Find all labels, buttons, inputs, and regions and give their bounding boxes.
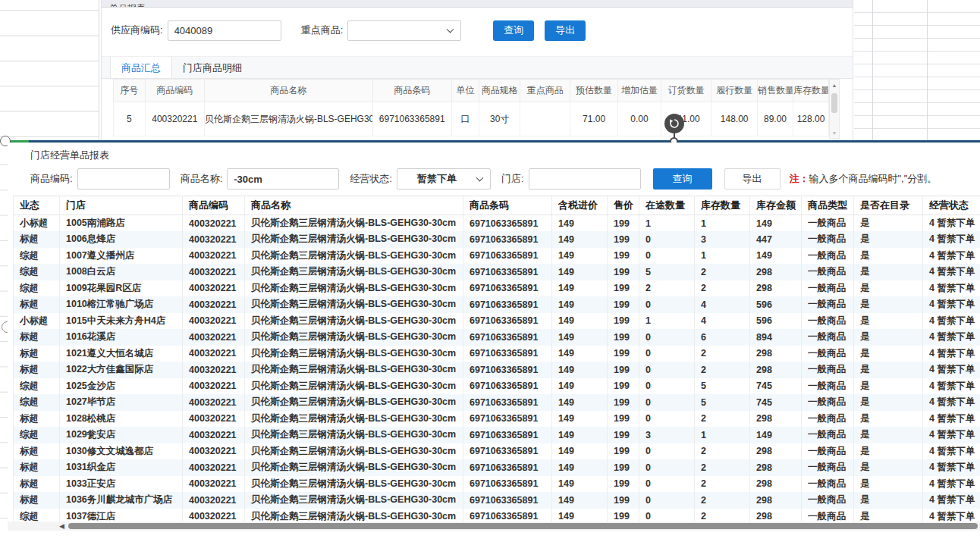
table-cell: 1006息烽店 xyxy=(60,231,183,248)
table-cell: 0 xyxy=(639,443,695,460)
horizontal-scrollbar[interactable]: ◀ xyxy=(8,522,980,531)
table-cell: 标超 xyxy=(14,346,60,362)
table-cell: 400320221 xyxy=(183,476,245,493)
table-cell: 0 xyxy=(639,362,695,378)
product-code-input[interactable] xyxy=(77,168,170,190)
table-row[interactable]: 标超1022大方佳鑫国际店400320221贝伦斯企鹅三层钢清汤火锅-BLS-G… xyxy=(14,362,980,378)
table-cell: 400320221 xyxy=(183,264,245,280)
table-cell: 400320221 xyxy=(183,329,245,346)
note-text: 输入多个商品编码时","分割。 xyxy=(809,173,938,184)
table-cell: 是 xyxy=(854,394,923,411)
table-cell: 400320221 xyxy=(183,313,245,330)
table-cell: 89.00 xyxy=(758,102,793,136)
table-cell: 6971063365891 xyxy=(463,329,552,346)
table-cell: 贝伦斯企鹅三层钢清汤火锅-BLS-GEHG30-30cm xyxy=(245,443,463,460)
table-row[interactable]: 标超1021遵义大恒名城店400320221贝伦斯企鹅三层钢清汤火锅-BLS-G… xyxy=(14,346,980,362)
table-cell: 2 xyxy=(695,346,750,362)
table-row[interactable]: 标超1016花溪店400320221贝伦斯企鹅三层钢清汤火锅-BLS-GEHG3… xyxy=(14,329,980,346)
scrollbar-thumb[interactable] xyxy=(831,93,837,113)
table-cell: 400320221 xyxy=(183,443,245,460)
table-cell: 1025金沙店 xyxy=(60,378,183,395)
scroll-left-icon[interactable]: ◀ xyxy=(59,522,64,530)
table-cell: 一般商品 xyxy=(802,443,854,460)
query-button[interactable]: 查询 xyxy=(653,168,712,190)
table-cell: 1015中天未来方舟H4店 xyxy=(60,313,183,330)
table-cell: 综超 xyxy=(14,427,60,443)
table-row[interactable]: 5400320221贝伦斯企鹅三层钢清汤火锅-BLS-GEHG30-30cm69… xyxy=(114,102,829,136)
table-cell: 5 xyxy=(639,264,695,280)
table-cell: 149 xyxy=(552,346,608,362)
refresh-cursor-icon[interactable] xyxy=(664,114,684,133)
table-cell: 0 xyxy=(639,459,695,476)
table-cell: 2 xyxy=(695,411,750,428)
table-cell: 199 xyxy=(608,231,639,248)
table-cell: 贝伦斯企鹅三层钢清汤火锅-BLS-GEHG30-30cm xyxy=(245,346,463,362)
status-select[interactable]: 暂禁下单 xyxy=(397,168,491,190)
table-cell: 400320221 xyxy=(183,296,245,313)
table-cell: 1022大方佳鑫国际店 xyxy=(60,362,183,378)
column-header: 订货数量 xyxy=(661,80,711,102)
table-cell: 是 xyxy=(854,378,923,395)
table-row[interactable]: 小标超1015中天未来方舟H4店400320221贝伦斯企鹅三层钢清汤火锅-BL… xyxy=(14,313,980,330)
key-product-select[interactable] xyxy=(347,20,461,41)
column-header: 是否在目录 xyxy=(854,196,923,215)
table-cell: 1036务川麒龙城市广场店 xyxy=(60,492,183,509)
table-cell: 298 xyxy=(750,362,802,378)
column-header: 在途数量 xyxy=(639,196,695,215)
table-cell: 贝伦斯企鹅三层钢清汤火锅-BLS-GEHG30-30cm xyxy=(245,264,463,280)
grid-line xyxy=(927,0,928,141)
export-button[interactable]: 导出 xyxy=(724,168,781,190)
table-cell: 400320221 xyxy=(183,492,245,509)
table-cell: 199 xyxy=(608,476,639,493)
table-row[interactable]: 小标超1005南浦路店400320221贝伦斯企鹅三层钢清汤火锅-BLS-GEH… xyxy=(14,215,980,232)
summary-table-wrap: 序号商品编码商品名称商品条码单位商品规格重点商品预估数量增加估量订货数量履行数量… xyxy=(113,79,829,139)
table-row[interactable]: 标超1031织金店400320221贝伦斯企鹅三层钢清汤火锅-BLS-GEHG3… xyxy=(14,459,980,476)
table-row[interactable]: 综超1007遵义播州店400320221贝伦斯企鹅三层钢清汤火锅-BLS-GEH… xyxy=(14,248,980,265)
table-row[interactable]: 标超1033正安店400320221贝伦斯企鹅三层钢清汤火锅-BLS-GEHG3… xyxy=(14,476,980,493)
table-row[interactable]: 标超1028松桃店400320221贝伦斯企鹅三层钢清汤火锅-BLS-GEHG3… xyxy=(14,411,980,428)
table-row[interactable]: 综超1025金沙店400320221贝伦斯企鹅三层钢清汤火锅-BLS-GEHG3… xyxy=(14,378,980,395)
table-cell: 4 暂禁下单 xyxy=(923,231,980,248)
export-button[interactable]: 导出 xyxy=(545,20,586,41)
table-row[interactable]: 标超1036务川麒龙城市广场店400320221贝伦斯企鹅三层钢清汤火锅-BLS… xyxy=(14,492,980,509)
query-button[interactable]: 查询 xyxy=(493,20,534,41)
product-name-input[interactable] xyxy=(227,168,339,190)
detail-table-wrap: 业态门店商品编码商品名称商品条码含税进价售价在途数量库存数量库存金额商品类型是否… xyxy=(13,196,980,531)
scrollbar-thumb[interactable] xyxy=(68,523,978,529)
table-cell: 298 xyxy=(750,264,802,280)
table-cell: 199 xyxy=(608,362,639,378)
table-cell: 4 暂禁下单 xyxy=(923,296,980,313)
supplier-code-input[interactable] xyxy=(168,20,281,41)
table-row[interactable]: 综超1027毕节店400320221贝伦斯企鹅三层钢清汤火锅-BLS-GEHG3… xyxy=(14,394,980,411)
table-cell: 贝伦斯企鹅三层钢清汤火锅-BLS-GEHG30-30cm xyxy=(245,492,463,509)
spreadsheet-grid-right xyxy=(854,0,980,141)
table-cell: 596 xyxy=(750,313,802,330)
table-row[interactable]: 标超1010榕江常驰广场店400320221贝伦斯企鹅三层钢清汤火锅-BLS-G… xyxy=(14,296,980,313)
tab-store-product-detail[interactable]: 门店商品明细 xyxy=(172,57,253,78)
table-cell: 745 xyxy=(750,394,802,411)
table-cell: 149 xyxy=(750,248,802,265)
column-header: 库存数量 xyxy=(695,196,750,215)
table-row[interactable]: 标超1030修文文城逸都店400320221贝伦斯企鹅三层钢清汤火锅-BLS-G… xyxy=(14,443,980,460)
table-cell: 6971063365891 xyxy=(463,346,552,362)
table-row[interactable]: 综超1029瓮安店400320221贝伦斯企鹅三层钢清汤火锅-BLS-GEHG3… xyxy=(14,427,980,443)
scroll-up-icon[interactable]: ▲ xyxy=(830,80,839,89)
table-cell: 标超 xyxy=(14,459,60,476)
table-row[interactable]: 综超1009花果园R区店400320221贝伦斯企鹅三层钢清汤火锅-BLS-GE… xyxy=(14,280,980,297)
table-cell: 4 暂禁下单 xyxy=(923,280,980,297)
store-label: 门店: xyxy=(501,172,524,186)
table-cell: 4 暂禁下单 xyxy=(923,329,980,346)
summary-table-scrollbar[interactable]: ▲ ▼ xyxy=(829,79,840,139)
store-input[interactable] xyxy=(529,168,641,190)
table-row[interactable]: 标超1006息烽店400320221贝伦斯企鹅三层钢清汤火锅-BLS-GEHG3… xyxy=(14,231,980,248)
table-cell: 1 xyxy=(639,313,695,330)
table-cell: 综超 xyxy=(14,378,60,395)
panel-title: 门店经营单品报表 xyxy=(30,149,109,162)
table-cell: 400320221 xyxy=(183,362,245,378)
table-cell: 小标超 xyxy=(14,313,60,330)
table-cell: 149 xyxy=(552,296,608,313)
column-header: 销售数量 xyxy=(758,80,793,102)
tab-product-summary[interactable]: 商品汇总 xyxy=(110,57,172,78)
scroll-down-icon[interactable]: ▼ xyxy=(830,130,839,136)
table-row[interactable]: 综超1008白云店400320221贝伦斯企鹅三层钢清汤火锅-BLS-GEHG3… xyxy=(14,264,980,280)
